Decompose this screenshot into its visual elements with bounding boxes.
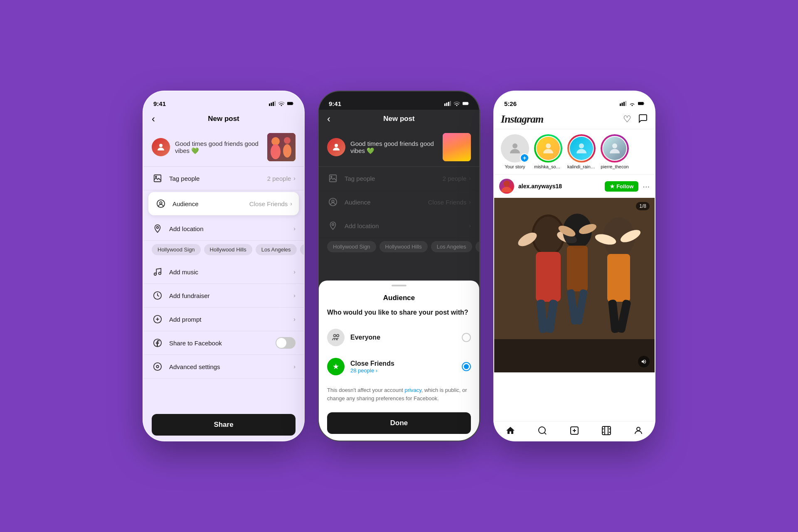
kalindi-inner — [569, 136, 594, 161]
svg-point-51 — [504, 181, 510, 187]
done-button[interactable]: Done — [327, 412, 471, 434]
facebook-toggle[interactable] — [276, 337, 296, 349]
svg-point-6 — [159, 144, 163, 147]
svg-rect-5 — [293, 103, 293, 104]
phone-3: 5:26 Instagram ♡ — [493, 91, 655, 441]
location-chevron-2: › — [469, 222, 471, 229]
sheet-title: Audience — [319, 292, 479, 309]
privacy-link[interactable]: privacy — [405, 387, 421, 393]
svg-point-19 — [159, 272, 161, 275]
audience-value: Close Friends — [249, 200, 288, 207]
post-thumbnail-1 — [267, 133, 296, 161]
feed-username[interactable]: alex.anyways18 — [518, 183, 601, 190]
mishka-avatar — [537, 137, 560, 160]
nav-profile[interactable] — [633, 426, 643, 438]
status-time-3: 5:26 — [504, 100, 517, 107]
your-story-item[interactable]: + Your story — [501, 134, 529, 169]
tag-people-item[interactable]: Tag people 2 people › — [143, 167, 304, 190]
thumbnail-image-2 — [443, 133, 471, 161]
follow-button[interactable]: ★ Follow — [605, 181, 638, 192]
more-icon[interactable]: ··· — [643, 182, 650, 191]
your-story-label: Your story — [505, 164, 525, 169]
feed-avatar[interactable] — [499, 179, 514, 194]
status-bar-3: 5:26 — [494, 91, 655, 110]
phone-2: 9:41 ‹ New post Good ti — [318, 91, 480, 441]
sound-button[interactable] — [638, 356, 650, 367]
page-title-2: New post — [383, 115, 415, 123]
add-prompt-item[interactable]: Add prompt › — [143, 308, 304, 331]
phone-2-screen: ‹ New post Good times good friends good … — [319, 110, 479, 441]
nav-create[interactable] — [569, 426, 579, 438]
svg-rect-0 — [269, 103, 270, 106]
audience-label-2: Audience — [345, 199, 428, 206]
audience-inner: Audience Close Friends › — [148, 192, 299, 215]
mishka-story-item[interactable]: mishka_songs — [534, 134, 562, 169]
fundraiser-icon — [152, 290, 163, 301]
back-button-2[interactable]: ‹ — [327, 113, 330, 125]
kalindi-story-item[interactable]: kalindi_rainb... — [567, 134, 596, 169]
advanced-settings-item[interactable]: Advanced settings › — [143, 355, 304, 379]
audience-icon-2 — [327, 196, 339, 208]
signal-icon-1 — [269, 101, 276, 106]
chip-r[interactable]: R — [300, 244, 304, 255]
everyone-radio[interactable] — [462, 333, 471, 342]
instagram-logo: Instagram — [501, 113, 543, 126]
add-location-item[interactable]: Add location › — [143, 217, 304, 241]
close-friends-option[interactable]: ★ Close Friends 28 people › — [319, 352, 479, 381]
phones-container: 9:41 ‹ New post Good times good friends … — [143, 91, 655, 441]
audience-icon — [155, 198, 167, 209]
ig-header: Instagram ♡ — [494, 110, 655, 129]
battery-icon-3 — [638, 101, 645, 106]
audience-label: Audience — [172, 200, 249, 207]
svg-rect-32 — [468, 103, 469, 104]
status-icons-3 — [620, 101, 645, 106]
pierre-avatar — [603, 137, 626, 160]
chip-2-4: R — [475, 241, 479, 252]
kalindi-label: kalindi_rainb... — [567, 164, 596, 169]
close-friends-radio[interactable] — [462, 362, 471, 371]
location-chevron: › — [293, 225, 296, 232]
nav-home[interactable] — [505, 426, 515, 438]
chip-hollywood-hills[interactable]: Hollywood Hills — [204, 244, 252, 255]
post-caption-1: Good times good friends good vibes 💚 — [175, 140, 262, 155]
add-music-item[interactable]: Add music › — [143, 260, 304, 284]
mishka-inner — [536, 136, 561, 161]
audience-chevron: › — [290, 200, 292, 207]
pierre-ring — [601, 134, 629, 163]
tag-chevron-2: › — [469, 175, 471, 182]
messenger-icon[interactable] — [638, 113, 648, 126]
svg-point-50 — [612, 143, 617, 148]
wifi-icon-2 — [453, 101, 460, 106]
feed-image: 1/8 — [494, 198, 655, 372]
svg-rect-43 — [623, 102, 625, 106]
add-fundraiser-item[interactable]: Add fundraiser › — [143, 284, 304, 308]
spacer-1 — [143, 379, 304, 407]
chip-los-angeles[interactable]: Los Angeles — [256, 244, 297, 255]
share-button[interactable]: Share — [152, 414, 296, 436]
sheet-handle — [392, 285, 406, 286]
back-button-1[interactable]: ‹ — [152, 113, 155, 125]
everyone-option[interactable]: Everyone — [319, 323, 479, 352]
svg-rect-27 — [444, 103, 446, 106]
share-facebook-item[interactable]: Share to Facebook — [143, 331, 304, 355]
pierre-story-item[interactable]: pierre_thecon — [601, 134, 629, 169]
add-story-plus[interactable]: + — [520, 153, 529, 163]
nav-reels[interactable] — [601, 426, 611, 438]
tag-icon — [152, 172, 163, 184]
svg-rect-1 — [271, 103, 272, 106]
svg-rect-2 — [273, 102, 274, 106]
svg-point-35 — [331, 176, 332, 177]
svg-rect-4 — [287, 102, 293, 105]
svg-rect-41 — [620, 103, 621, 106]
svg-point-33 — [335, 144, 338, 147]
nav-search[interactable] — [537, 426, 547, 438]
audience-item[interactable]: Audience Close Friends › — [148, 192, 299, 215]
svg-point-25 — [154, 363, 161, 370]
svg-rect-46 — [644, 103, 644, 104]
chip-hollywood-sign[interactable]: Hollywood Sign — [152, 244, 201, 255]
heart-icon[interactable]: ♡ — [623, 114, 631, 125]
close-friends-sub: 28 people › — [350, 367, 462, 374]
tag-value-2: 2 people — [443, 175, 467, 182]
close-friends-icon: ★ — [327, 358, 345, 375]
location-label-2: Add location — [345, 222, 469, 229]
